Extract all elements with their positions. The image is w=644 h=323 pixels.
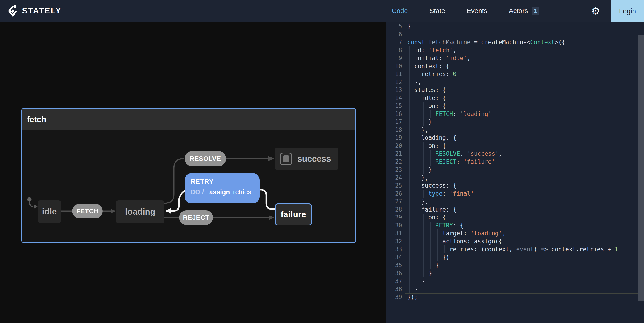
state-node-failure[interactable]: failure — [275, 204, 312, 226]
settings-gear-icon[interactable]: ⚙ — [588, 0, 603, 22]
line-number: 37 — [386, 277, 402, 285]
line-number: 30 — [386, 222, 402, 230]
code-line: 31 target: 'loading', — [386, 230, 644, 238]
machine-header[interactable]: fetch — [22, 109, 356, 130]
line-number: 21 — [386, 150, 402, 158]
code-line: 13 states: { — [386, 86, 644, 94]
line-number: 24 — [386, 174, 402, 182]
line-number: 31 — [386, 230, 402, 238]
code-line: 5} — [386, 22, 644, 30]
line-number: 36 — [386, 270, 402, 278]
code-line: 36 } — [386, 270, 644, 278]
state-label: success — [297, 154, 331, 164]
code-line: 29 on: { — [386, 214, 644, 222]
final-state-icon — [280, 152, 292, 165]
event-fetch[interactable]: FETCH — [72, 204, 102, 218]
line-number: 29 — [386, 214, 402, 222]
line-number: 12 — [386, 78, 402, 86]
code-line: 34 }) — [386, 254, 644, 262]
tab-state[interactable]: State — [430, 7, 445, 14]
line-number: 18 — [386, 126, 402, 134]
stately-brand[interactable]: STATELY — [0, 5, 62, 17]
line-number: 28 — [386, 206, 402, 214]
tab-actors-label: Actors — [509, 7, 528, 14]
line-number: 35 — [386, 261, 402, 270]
tab-events-label: Events — [467, 7, 488, 14]
code-line: 11 retries: 0 — [386, 70, 644, 78]
event-label: RETRY — [190, 178, 254, 185]
machine-title: fetch — [27, 115, 46, 124]
line-number: 22 — [386, 158, 402, 166]
tab-events[interactable]: Events — [467, 7, 488, 14]
code-line: 8 id: 'fetch', — [386, 46, 644, 54]
view-tabs: Code State Events Actors 1 — [386, 0, 540, 22]
event-label: FETCH — [76, 208, 98, 215]
diagram-canvas[interactable]: fetch idle loading suc — [0, 22, 386, 323]
code-line: 24 }, — [386, 174, 644, 182]
code-line: 6 — [386, 30, 644, 38]
tab-actors[interactable]: Actors 1 — [509, 6, 540, 15]
event-resolve[interactable]: RESOLVE — [185, 151, 226, 166]
line-number: 25 — [386, 182, 402, 190]
line-number: 17 — [386, 118, 402, 126]
line-number: 10 — [386, 62, 402, 70]
line-number: 34 — [386, 254, 402, 262]
line-number: 15 — [386, 102, 402, 110]
code-line: 39}); — [386, 293, 644, 301]
code-line: 22 REJECT: 'failure' — [386, 158, 644, 166]
line-number: 13 — [386, 86, 402, 94]
code-line: 32 actions: assign({ — [386, 238, 644, 246]
top-nav: STATELY Code State Events Actors 1 ⚙ Log… — [0, 0, 644, 22]
code-line: 10 context: { — [386, 62, 644, 70]
event-reject[interactable]: REJECT — [179, 210, 213, 225]
tab-code[interactable]: Code — [392, 7, 408, 14]
state-label: idle — [42, 207, 56, 216]
line-number: 6 — [386, 30, 402, 38]
line-number: 26 — [386, 190, 402, 198]
code-line: 26 type: 'final' — [386, 190, 644, 198]
code-line: 14 idle: { — [386, 94, 644, 102]
state-node-idle[interactable]: idle — [38, 200, 61, 223]
code-line: 25 success: { — [386, 182, 644, 190]
code-editor[interactable]: 5}67const fetchMachine = createMachine<C… — [386, 22, 644, 323]
stately-logo-icon — [8, 5, 18, 17]
line-number: 7 — [386, 38, 402, 46]
code-scrollbar[interactable] — [638, 22, 644, 323]
code-line: 27 }, — [386, 198, 644, 206]
code-line: 37 } — [386, 277, 644, 285]
line-number: 23 — [386, 166, 402, 174]
code-line: 20 on: { — [386, 142, 644, 150]
brand-title: STATELY — [22, 6, 62, 16]
state-label: failure — [280, 210, 306, 219]
line-number: 38 — [386, 285, 402, 294]
line-number: 33 — [386, 246, 402, 254]
code-line: 12 }, — [386, 78, 644, 86]
line-number: 16 — [386, 110, 402, 118]
scrollbar-thumb[interactable] — [638, 35, 644, 300]
event-label: REJECT — [183, 214, 209, 222]
code-line: 17 } — [386, 118, 644, 126]
state-node-loading[interactable]: loading — [116, 200, 164, 223]
line-number: 39 — [386, 293, 402, 301]
line-number: 5 — [386, 22, 402, 30]
code-line: 16 FETCH: 'loading' — [386, 110, 644, 118]
state-label: loading — [125, 207, 155, 217]
code-line: 23 } — [386, 166, 644, 174]
line-number: 20 — [386, 142, 402, 150]
login-button[interactable]: Login — [611, 0, 644, 22]
line-number: 19 — [386, 134, 402, 142]
event-retry[interactable]: RETRY DO / assign retries — [185, 173, 260, 204]
code-line: 21 RESOLVE: 'success', — [386, 150, 644, 158]
line-number: 8 — [386, 46, 402, 54]
code-line: 18 }, — [386, 126, 644, 134]
line-number: 9 — [386, 54, 402, 62]
code-line: 33 retries: (context, event) => context.… — [386, 246, 644, 254]
action-arg: retries — [233, 188, 251, 196]
code-line: 15 on: { — [386, 102, 644, 110]
event-label: RESOLVE — [190, 155, 221, 162]
code-line: 35 } — [386, 261, 644, 270]
line-number: 11 — [386, 70, 402, 78]
tab-state-label: State — [430, 7, 445, 14]
code-line: 7const fetchMachine = createMachine<Cont… — [386, 38, 644, 46]
state-node-success[interactable]: success — [275, 148, 338, 170]
